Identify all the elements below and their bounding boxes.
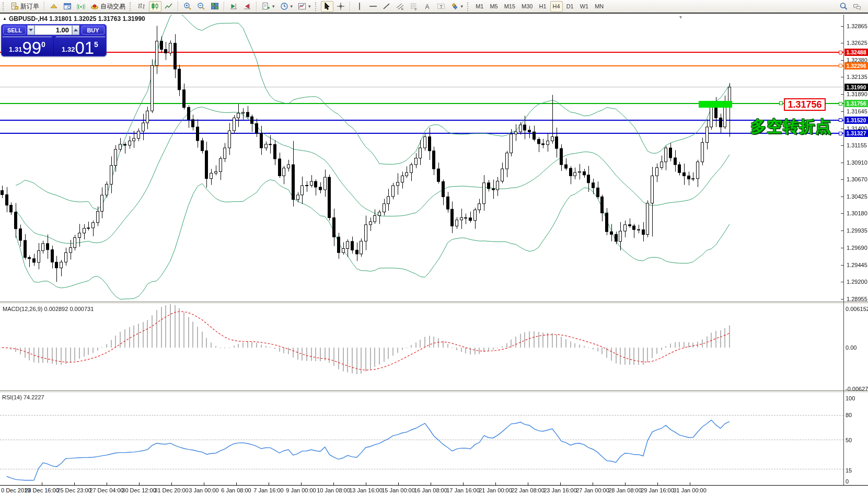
toolbar-community-button[interactable] <box>851 1 863 12</box>
toolbar-vertical-line-button[interactable] <box>353 1 366 12</box>
toolbar-tf-h4-button[interactable]: H4 <box>550 1 563 12</box>
toolbar-cursor-button[interactable] <box>321 1 333 12</box>
volume-decrease-button[interactable] <box>27 25 34 35</box>
rsi-axis-label: 50 <box>846 437 852 443</box>
toolbar-tf-h1-button[interactable]: H1 <box>537 1 549 12</box>
toolbar-tf-w1-label: W1 <box>580 3 589 9</box>
sell-price[interactable]: 1.31990 <box>1 38 53 55</box>
price-axis-tick <box>841 265 843 266</box>
price-axis-tick-label: 1.28955 <box>847 296 867 302</box>
chart-dropdown-arrow[interactable]: ▾ <box>679 14 682 20</box>
periods-icon <box>280 2 288 10</box>
toolbar-tf-w1-button[interactable]: W1 <box>577 1 592 12</box>
toolbar-trendline-button[interactable] <box>380 1 393 12</box>
price-zone-rectangle[interactable] <box>699 101 732 108</box>
toolbar-chart-shift-button[interactable] <box>241 1 253 12</box>
annotation-text[interactable]: 多空转折点 <box>750 116 831 137</box>
time-axis-label: 7 Jan 16:00 <box>253 487 284 493</box>
toolbar-separator <box>256 2 257 11</box>
price-axis-tick <box>841 94 843 95</box>
pivot-line-handle[interactable] <box>839 102 842 106</box>
price-axis-tick-label: 1.32625 <box>847 40 867 46</box>
time-axis-tick <box>657 482 658 485</box>
buy-price[interactable]: 1.32015 <box>54 38 106 55</box>
sell-button[interactable]: SELL <box>3 26 26 34</box>
buy-price-sup: 5 <box>94 40 98 49</box>
toolbar-new-order-button[interactable]: 新订单 <box>8 1 41 12</box>
toolbar-market-watch-window-button[interactable] <box>61 1 74 12</box>
pivot-line-price-label: 1.31756 <box>844 100 868 107</box>
toolbar-fibonacci-retracement-button[interactable]: F <box>408 1 420 12</box>
symbol-arrow-icon <box>3 15 9 22</box>
toolbar-text-label-button[interactable]: T <box>435 1 447 12</box>
toolbar-tf-mn-button[interactable]: MN <box>592 1 606 12</box>
time-axis-tick <box>333 482 334 485</box>
toolbar-grip[interactable] <box>467 2 470 11</box>
buy-button[interactable]: BUY <box>82 26 105 34</box>
toolbar-tile-windows-button[interactable] <box>209 1 221 12</box>
toolbar-grip[interactable] <box>3 2 6 11</box>
toolbar-bar-chart-button[interactable] <box>135 1 148 12</box>
line-selection-handle[interactable] <box>779 101 783 105</box>
toolbar-grip[interactable] <box>130 2 133 11</box>
toolbar-auto-trading-button[interactable]: 自动交易 <box>88 1 128 12</box>
templates-icon <box>298 2 306 10</box>
toolbar-metaeditor-button[interactable] <box>48 1 60 12</box>
toolbar-auto-scroll-button[interactable] <box>227 1 240 12</box>
zoom-in-icon <box>183 2 192 10</box>
toolbar-tf-d1-button[interactable]: D1 <box>564 1 576 12</box>
toolbar-search-button[interactable] <box>837 1 850 12</box>
toolbar-tf-d1-label: D1 <box>566 3 574 9</box>
toolbar-arrows-button[interactable]: ▾ <box>448 1 466 12</box>
time-axis-label: 28 Jan 08:00 <box>608 487 642 493</box>
toolbar-indicators-list-button[interactable]: ▾ <box>260 1 277 12</box>
toolbar-candlestick-chart-button[interactable] <box>149 1 161 12</box>
time-axis-label: 13 Jan 16:00 <box>349 487 383 493</box>
candlestick-chart-icon <box>151 2 159 10</box>
zoom-out-icon <box>197 2 205 10</box>
time-axis-label: 31 Dec 20:00 <box>154 487 188 493</box>
support-line-2-handle[interactable] <box>839 132 842 135</box>
price-axis-tick <box>841 197 843 197</box>
price-axis-tick-label: 1.30670 <box>847 176 867 182</box>
toolbar-templates-button[interactable]: ▾ <box>296 1 313 12</box>
toolbar-auto-trading-label: 自动交易 <box>100 2 125 11</box>
volume-input[interactable] <box>34 25 72 35</box>
macd-axis-label: 0.00 <box>846 344 857 351</box>
toolbar-text-button[interactable]: A <box>421 1 434 12</box>
support-line-1-price-label: 1.31520 <box>844 117 868 124</box>
toolbar-horizontal-line-button[interactable] <box>367 1 379 12</box>
toolbar-tf-m30-button[interactable]: M30 <box>519 1 535 12</box>
toolbar-tf-m1-button[interactable]: M1 <box>473 1 486 12</box>
toolbar-crosshair-button[interactable] <box>334 1 347 12</box>
toolbar-periods-button[interactable]: ▾ <box>278 1 295 12</box>
volume-increase-button[interactable] <box>72 25 79 35</box>
price-axis-tick <box>841 77 843 77</box>
toolbar-tf-m15-button[interactable]: M15 <box>502 1 518 12</box>
toolbar-line-chart-button[interactable] <box>163 1 175 12</box>
price-chart-canvas[interactable] <box>0 15 843 302</box>
pane-separator-macd[interactable] <box>0 302 868 304</box>
toolbar-right-group <box>837 1 867 12</box>
support-line-1-handle[interactable] <box>839 118 842 122</box>
pane-separator-rsi[interactable] <box>0 390 868 393</box>
time-axis-tick <box>690 482 690 485</box>
toolbar-grip[interactable] <box>315 2 318 11</box>
search-icon <box>839 2 848 10</box>
resistance-line-2-handle[interactable] <box>839 64 842 67</box>
tile-windows-icon <box>211 2 219 10</box>
toolbar-zoom-out-button[interactable] <box>195 1 207 12</box>
rsi-pane-canvas[interactable] <box>0 392 843 485</box>
toolbar-tf-m5-button[interactable]: M5 <box>487 1 500 12</box>
price-callout-box[interactable]: 1.31756 <box>784 98 826 111</box>
toolbar-zoom-in-button[interactable] <box>181 1 194 12</box>
toolbar-equidistant-channel-button[interactable]: E <box>394 1 407 12</box>
price-axis-tick-label: 1.29445 <box>847 262 867 268</box>
time-axis-label: 23 Dec 16:00 <box>25 487 59 493</box>
time-axis-tick <box>171 482 172 485</box>
macd-pane-canvas[interactable] <box>0 304 843 391</box>
resistance-line-1-handle[interactable] <box>839 51 842 54</box>
toolbar-signals-button[interactable] <box>75 1 87 12</box>
price-axis-tick-label: 1.29935 <box>847 227 867 234</box>
arrows-icon <box>450 2 459 10</box>
